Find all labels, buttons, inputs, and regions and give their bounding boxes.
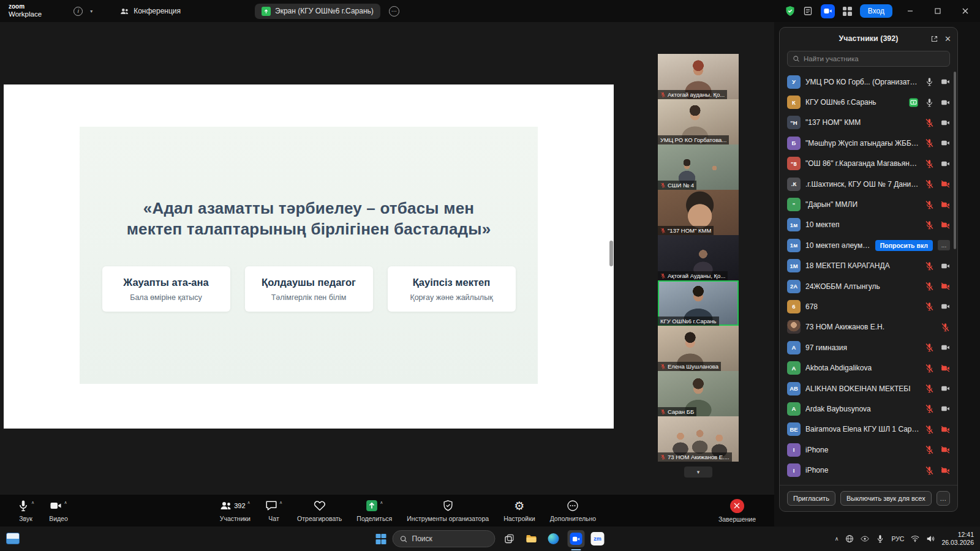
chevron-down-icon[interactable]: ▾ <box>90 9 92 14</box>
camera-off-icon[interactable] <box>941 445 950 454</box>
apps-grid-icon[interactable] <box>843 7 852 16</box>
mute-all-button[interactable]: Выключить звук для всех <box>840 491 932 506</box>
end-meeting-button[interactable]: Завершение <box>711 499 763 523</box>
tab-home[interactable]: Конференция <box>113 4 187 19</box>
video-tile[interactable]: Ақтоғай Ауданы, Қо... <box>658 235 739 280</box>
search-input[interactable] <box>804 55 944 62</box>
chevron-up-icon[interactable]: ∧ <box>247 500 251 505</box>
file-explorer-icon[interactable] <box>524 531 540 547</box>
participant-row[interactable]: Б "Мәшһүр Жүсіп атындағы ЖББМ" К... <box>780 133 957 153</box>
panel-scrollbar-thumb[interactable] <box>954 72 956 249</box>
mic-muted-icon[interactable] <box>925 159 934 168</box>
wifi-icon[interactable] <box>911 534 919 543</box>
video-tile[interactable]: Елена Шушланова <box>658 326 739 371</box>
mic-muted-icon[interactable] <box>925 220 934 230</box>
camera-off-icon[interactable] <box>941 282 950 291</box>
camera-icon[interactable] <box>941 261 950 271</box>
participant-row[interactable]: 1М 18 МЕКТЕП КАРАГАНДА <box>780 256 957 276</box>
host-tools-button[interactable]: Инструменты организатора <box>399 500 496 522</box>
more-button[interactable]: Дополнительно <box>543 500 604 522</box>
settings-button[interactable]: ⚙ Настройки <box>496 500 543 522</box>
participant-row[interactable]: У УМЦ РО КО Горб... (Организатор, я) <box>780 72 957 92</box>
participant-row[interactable]: А 97 гимназия <box>780 337 957 358</box>
notes-icon[interactable] <box>803 6 813 16</box>
participant-row[interactable]: ВЕ Bairamova Elena КГУ ШЛ 1 Сарань <box>780 419 957 440</box>
ask-unmute-button[interactable]: Попросить вкл <box>875 240 933 251</box>
participant-row[interactable]: А Ardak Baybusynova <box>780 399 957 419</box>
camera-icon[interactable] <box>941 138 950 148</box>
mic-muted-icon[interactable] <box>925 138 934 148</box>
participant-row[interactable]: 1м 10 мектеп <box>780 215 957 235</box>
camera-icon[interactable] <box>941 302 950 311</box>
close-panel-icon[interactable]: ✕ <box>944 35 951 43</box>
video-tile[interactable]: "137 НОМ" КММ <box>658 190 739 235</box>
close-button[interactable] <box>956 1 975 21</box>
participant-row[interactable]: I iPhone <box>780 440 957 460</box>
video-tile[interactable]: СШИ № 4 <box>658 144 739 190</box>
mic-muted-icon[interactable] <box>925 343 934 352</box>
tray-mic-icon[interactable] <box>876 534 884 543</box>
login-button[interactable]: Вход <box>860 4 892 18</box>
chevron-up-icon[interactable]: ∧ <box>64 500 67 505</box>
edge-browser-icon[interactable] <box>546 531 562 547</box>
mic-muted-icon[interactable] <box>925 445 934 454</box>
maximize-button[interactable] <box>928 1 948 21</box>
eye-icon[interactable] <box>861 534 869 543</box>
start-button[interactable] <box>376 534 386 544</box>
camera-icon[interactable] <box>941 404 950 413</box>
tab-screen-share[interactable]: Экран (КГУ ОШ№6 г.Сарань) <box>255 4 380 19</box>
clock[interactable]: 12:41 26.03.2026 <box>941 531 974 547</box>
participant-row[interactable]: А Akbota Abdigalikova <box>780 358 957 378</box>
volume-icon[interactable] <box>926 534 935 543</box>
participant-row[interactable]: К КГУ ОШ№6 г.Сарань <box>780 92 957 112</box>
footer-more-button[interactable]: … <box>937 491 950 506</box>
mic-muted-icon[interactable] <box>925 466 934 475</box>
video-tile[interactable]: 73 НОМ Акижанов Е.... <box>658 416 739 462</box>
task-view-icon[interactable] <box>502 531 518 547</box>
camera-icon[interactable] <box>941 384 950 393</box>
mic-muted-icon[interactable] <box>925 179 934 189</box>
camera-off-icon[interactable] <box>941 220 950 230</box>
participant-row[interactable]: .К .г.Шахтинск, КГУ ОШ № 7 Даниленк... <box>780 174 957 194</box>
info-icon[interactable]: i <box>74 7 83 16</box>
participant-row[interactable]: 1м 10 мектеп әлеуметті... Попросить вкл … <box>780 235 957 255</box>
participant-row[interactable]: I iPhone <box>780 460 957 480</box>
chevron-up-icon[interactable]: ∧ <box>380 500 383 505</box>
security-shield-icon[interactable] <box>785 6 795 17</box>
mic-muted-icon[interactable] <box>925 384 934 393</box>
camera-icon[interactable] <box>941 98 950 107</box>
minimize-button[interactable] <box>900 1 920 21</box>
mic-muted-icon[interactable] <box>941 323 950 332</box>
camera-off-icon[interactable] <box>941 466 950 475</box>
react-button[interactable]: Отреагировать <box>290 500 349 522</box>
participant-row[interactable]: 73 НОМ Акижанов Е.Н. <box>780 317 957 337</box>
popout-icon[interactable] <box>930 35 938 43</box>
mic-muted-icon[interactable] <box>925 302 934 311</box>
video-tile[interactable]: Саран ББ <box>658 371 739 416</box>
mic-muted-icon[interactable] <box>925 282 934 291</box>
mic-icon[interactable] <box>925 77 934 86</box>
video-tile-active-speaker[interactable]: КГУ ОШ№6 г.Сарань <box>658 280 739 326</box>
chevron-up-icon[interactable]: ∧ <box>279 500 282 505</box>
row-more-button[interactable]: ... <box>938 240 950 250</box>
tab-more-icon[interactable]: ⋯ <box>389 6 399 17</box>
participant-row[interactable]: "8 "ОШ 86" г.Караганда Магавьянова ... <box>780 154 957 174</box>
camera-off-icon[interactable] <box>941 200 950 209</box>
chevron-up-icon[interactable]: ∧ <box>31 500 34 505</box>
mic-icon[interactable] <box>925 98 934 107</box>
participant-row[interactable]: "Н "137 НОМ" КММ <box>780 113 957 133</box>
participant-search[interactable] <box>787 51 950 67</box>
tray-chevron-up-icon[interactable]: ∧ <box>835 536 839 542</box>
chat-button[interactable]: ∧ Чат <box>258 500 290 522</box>
camera-off-icon[interactable] <box>941 179 950 189</box>
scrollbar-thumb[interactable] <box>609 241 613 266</box>
mic-muted-icon[interactable] <box>925 118 934 127</box>
audio-button[interactable]: ∧ Звук <box>10 500 42 522</box>
video-tile[interactable]: Актогай ауданы. Қо... <box>658 54 739 99</box>
participant-row[interactable]: 2А 24ЖОББМ Алтынгуль <box>780 276 957 296</box>
participants-button[interactable]: 392∧ Участники <box>213 500 258 522</box>
zoom-zm-icon[interactable]: zm <box>591 532 605 545</box>
mic-muted-icon[interactable] <box>925 404 934 413</box>
participant-row[interactable]: " "Дарын" ММЛИ <box>780 194 957 214</box>
participant-row[interactable]: 6 678 <box>780 296 957 317</box>
